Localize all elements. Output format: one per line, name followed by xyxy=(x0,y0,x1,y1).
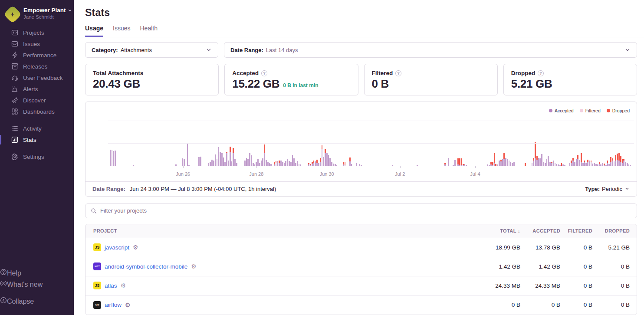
type-value: Periodic xyxy=(602,186,622,192)
help-circle-icon[interactable]: ? xyxy=(395,70,401,76)
stats-icon xyxy=(11,136,18,143)
table-header-row: PROJECTTOTAL ↓ACCEPTEDFILTEREDDROPPED xyxy=(85,224,637,238)
chart-bar xyxy=(262,158,263,166)
project-settings-icon[interactable]: ⚙ xyxy=(121,282,126,289)
project-filter-input[interactable] xyxy=(100,207,631,214)
chart-bar xyxy=(548,156,549,166)
tab-usage[interactable]: Usage xyxy=(85,25,103,37)
x-axis-tick xyxy=(256,166,257,168)
sidebar-item-alerts[interactable]: Alerts xyxy=(0,83,74,95)
chart-bar xyxy=(251,155,252,166)
cell-dropped: 0 B xyxy=(592,263,630,270)
date-range-dropdown[interactable]: Date Range: Last 14 days xyxy=(224,42,637,58)
tab-issues[interactable]: Issues xyxy=(113,25,130,37)
help-circle-icon[interactable]: ? xyxy=(261,70,267,76)
sidebar-item-activity[interactable]: Activity xyxy=(0,123,74,134)
chart-bar xyxy=(112,150,113,166)
stat-card-label: Filtered xyxy=(372,70,393,76)
chart-x-axis: Jun 26Jun 28Jun 30Jul 2Jul 4 xyxy=(108,171,634,177)
x-axis-label: Jul 2 xyxy=(395,171,405,177)
chart-bar xyxy=(454,160,456,166)
cell-filtered: 0 B xyxy=(560,302,592,308)
chart-bar xyxy=(533,158,534,166)
type-dropdown[interactable]: Type: Periodic xyxy=(585,186,630,192)
sidebar-item-label: Dashboards xyxy=(23,108,55,115)
x-axis-label: Jun 28 xyxy=(249,171,263,177)
chart-bar xyxy=(266,160,267,166)
sidebar-item-label: Discover xyxy=(23,97,46,104)
usage-chart: AcceptedFilteredDropped Jun 26Jun 28Jun … xyxy=(85,102,637,181)
chart-bar xyxy=(349,158,351,166)
column-header-total[interactable]: TOTAL ↓ xyxy=(473,228,520,233)
activity-icon xyxy=(11,125,18,132)
x-axis-tick xyxy=(183,166,184,168)
sidebar-item-projects[interactable]: Projects xyxy=(0,27,74,38)
sidebar-item-stats[interactable]: Stats xyxy=(0,134,74,145)
settings-icon xyxy=(11,153,18,160)
chart-bar xyxy=(612,158,613,166)
tab-health[interactable]: Health xyxy=(140,25,158,37)
chart-bar xyxy=(326,153,328,166)
chart-bar xyxy=(581,153,582,166)
category-label: Category: xyxy=(92,47,118,53)
column-header-filtered[interactable]: FILTERED xyxy=(560,228,592,233)
chart-bar xyxy=(617,154,618,166)
sidebar-item-what-s-new[interactable]: What's new xyxy=(0,280,74,291)
chart-bar xyxy=(572,158,574,166)
project-link[interactable]: airflow xyxy=(105,302,122,308)
chart-bar xyxy=(246,158,247,166)
org-switcher[interactable]: Empower Plant Jane Schmidt xyxy=(0,6,74,27)
sidebar-item-collapse[interactable]: Collapse xyxy=(0,297,74,308)
sidebar-item-discover[interactable]: Discover xyxy=(0,95,74,106)
chart-bar xyxy=(115,151,116,166)
project-settings-icon[interactable]: ⚙ xyxy=(133,244,138,250)
alerts-icon xyxy=(11,85,18,92)
sidebar-item-releases[interactable]: Releases xyxy=(0,61,74,72)
project-link[interactable]: android-symbol-collector-mobile xyxy=(105,263,187,270)
app-root: Empower Plant Jane Schmidt ProjectsIssue… xyxy=(0,0,644,315)
chart-bar xyxy=(198,157,200,166)
sidebar-item-user-feedback[interactable]: User Feedback xyxy=(0,72,74,83)
category-value: Attachments xyxy=(121,47,152,53)
category-dropdown[interactable]: Category: Attachments xyxy=(85,42,218,58)
cell-filtered: 0 B xyxy=(560,282,592,289)
project-link[interactable]: atlas xyxy=(105,282,117,289)
sidebar-item-label: Projects xyxy=(23,30,44,36)
table-row-javascript: JSjavascript⚙18.99 GB13.78 GB0 B5.21 GB xyxy=(85,238,637,257)
chart-bar xyxy=(328,155,329,166)
project-link[interactable]: javascript xyxy=(105,244,129,251)
tab-bar: UsageIssuesHealth xyxy=(85,25,637,37)
chart-bar xyxy=(233,148,234,166)
sidebar-item-settings[interactable]: Settings xyxy=(0,151,74,162)
chart-bar xyxy=(457,158,459,166)
chart-bar xyxy=(329,158,331,166)
stat-card-label: Total Attachments xyxy=(93,70,143,76)
project-settings-icon[interactable]: ⚙ xyxy=(125,302,131,308)
sidebar-item-issues[interactable]: Issues xyxy=(0,38,74,49)
cell-accepted: 13.78 GB xyxy=(520,244,560,251)
column-header-accepted[interactable]: ACCEPTED xyxy=(520,228,560,233)
help-circle-icon[interactable]: ? xyxy=(538,70,544,76)
stat-card-label: Dropped xyxy=(511,70,536,76)
chart-gridline xyxy=(108,121,634,121)
stat-card-value: 5.21 GB xyxy=(511,78,552,90)
project-settings-icon[interactable]: ⚙ xyxy=(191,263,197,269)
table-row-atlas: JSatlas⚙24.33 MB24.33 MB0 B0 B xyxy=(85,276,637,295)
user-name: Jane Schmidt xyxy=(23,14,72,20)
sidebar-item-help[interactable]: Help xyxy=(0,269,74,280)
chart-bar xyxy=(507,159,508,166)
chevron-down-icon xyxy=(624,186,630,191)
column-header-dropped[interactable]: DROPPED xyxy=(592,228,630,233)
chart-bar xyxy=(579,160,580,166)
stat-cards-row: Total Attachments20.43 GBAccepted?15.22 … xyxy=(85,64,637,95)
sidebar-item-performance[interactable]: Performance xyxy=(0,49,74,61)
chart-bar xyxy=(622,159,623,166)
projects-icon xyxy=(11,29,18,36)
chart-bar xyxy=(218,147,219,166)
dotnet-icon: NET xyxy=(93,262,101,270)
sidebar-item-dashboards[interactable]: Dashboards xyxy=(0,106,74,117)
table-body: JSjavascript⚙18.99 GB13.78 GB0 B5.21 GBN… xyxy=(85,238,637,315)
chart-bar xyxy=(448,158,449,166)
footer-date-range-label: Date Range: xyxy=(92,186,125,192)
chart-bar xyxy=(220,152,221,166)
